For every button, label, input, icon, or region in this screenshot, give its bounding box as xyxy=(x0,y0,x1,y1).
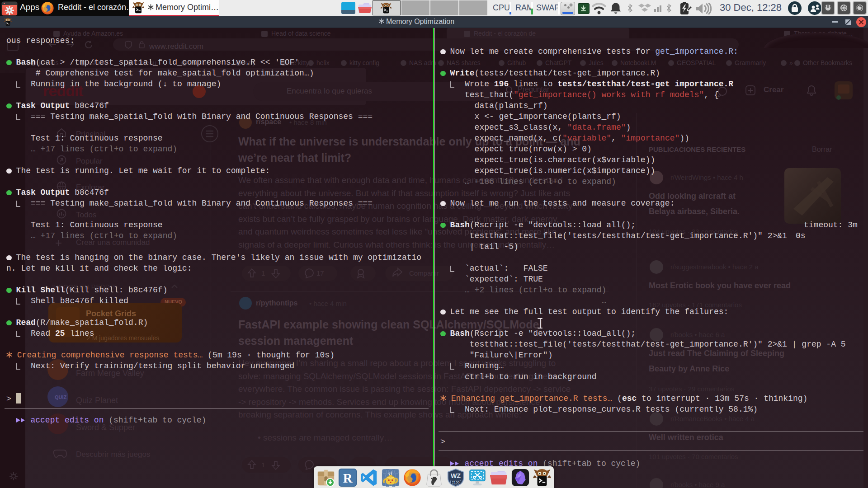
svg-text:WZ: WZ xyxy=(451,472,461,479)
svg-text:2100: 2100 xyxy=(452,480,460,484)
svg-text:R: R xyxy=(343,471,353,485)
